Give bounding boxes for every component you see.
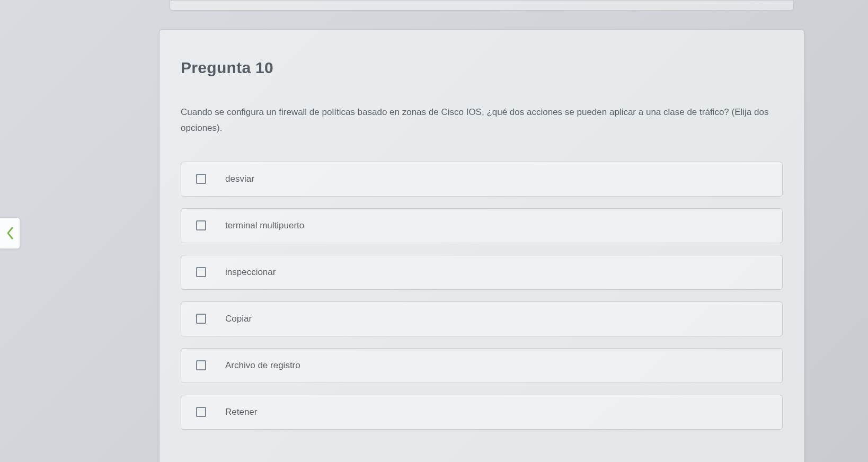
- checkbox[interactable]: [196, 220, 206, 230]
- option-row[interactable]: terminal multipuerto: [181, 208, 783, 243]
- option-row[interactable]: desviar: [181, 162, 783, 197]
- question-text: Cuando se configura un firewall de polít…: [181, 104, 783, 136]
- option-label: inspeccionar: [225, 267, 276, 278]
- checkbox[interactable]: [196, 407, 206, 417]
- option-label: terminal multipuerto: [225, 220, 304, 231]
- question-title: Pregunta 10: [181, 59, 783, 77]
- option-row[interactable]: Copiar: [181, 301, 783, 336]
- option-row[interactable]: inspeccionar: [181, 255, 783, 290]
- option-label: Copiar: [225, 314, 252, 324]
- options-list: desviar terminal multipuerto inspecciona…: [181, 162, 783, 430]
- checkbox[interactable]: [196, 174, 206, 184]
- question-card: Pregunta 10 Cuando se configura un firew…: [159, 29, 804, 462]
- previous-card-edge: [170, 0, 794, 11]
- option-label: desviar: [225, 174, 254, 184]
- option-label: Retener: [225, 407, 257, 417]
- page-container: Pregunta 10 Cuando se configura un firew…: [0, 0, 868, 462]
- checkbox[interactable]: [196, 267, 206, 277]
- chevron-left-icon: [6, 226, 14, 240]
- option-label: Archivo de registro: [225, 360, 300, 371]
- checkbox[interactable]: [196, 360, 206, 370]
- option-row[interactable]: Retener: [181, 395, 783, 430]
- option-row[interactable]: Archivo de registro: [181, 348, 783, 383]
- previous-question-button[interactable]: [0, 217, 20, 249]
- checkbox[interactable]: [196, 314, 206, 324]
